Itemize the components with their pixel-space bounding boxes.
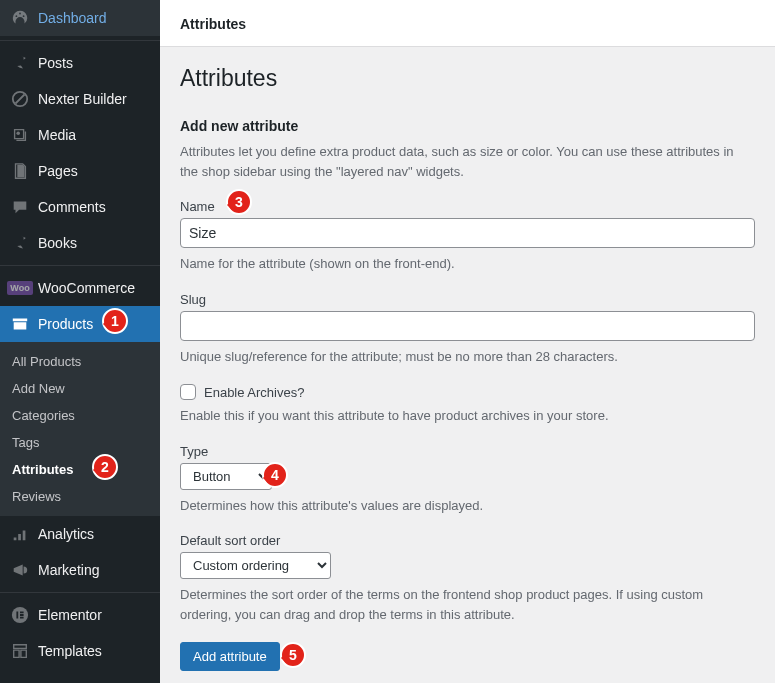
content-area: Attributes Attributes Add new attribute …: [160, 0, 775, 683]
products-submenu: All Products Add New Categories Tags Att…: [0, 342, 160, 516]
topbar: Attributes: [160, 0, 775, 47]
sidebar-item-products[interactable]: Products 1: [0, 306, 160, 342]
pin-icon: [10, 53, 30, 73]
annotation-badge-2: 2: [92, 454, 118, 480]
sidebar-item-pages[interactable]: Pages: [0, 153, 160, 189]
topbar-tab: Attributes: [180, 16, 246, 32]
sidebar-item-label: Analytics: [38, 526, 94, 542]
add-attribute-button[interactable]: Add attribute: [180, 642, 280, 671]
menu-separator: [0, 36, 160, 41]
submenu-item-label: Attributes: [12, 462, 73, 477]
field-archives: Enable Archives? Enable this if you want…: [180, 384, 755, 426]
slug-input[interactable]: [180, 311, 755, 341]
admin-sidebar: Dashboard Posts Nexter Builder Media Pag…: [0, 0, 160, 683]
comments-icon: [10, 197, 30, 217]
sort-help: Determines the sort order of the terms o…: [180, 585, 755, 624]
sidebar-item-nexter[interactable]: Nexter Builder: [0, 81, 160, 117]
dashboard-icon: [10, 8, 30, 28]
page-title: Attributes: [180, 65, 755, 92]
slug-label: Slug: [180, 292, 755, 307]
archive-icon: [10, 314, 30, 334]
pin-icon: [10, 233, 30, 253]
analytics-icon: [10, 524, 30, 544]
name-help: Name for the attribute (shown on the fro…: [180, 254, 755, 274]
submenu-tags[interactable]: Tags: [0, 429, 160, 456]
archives-help: Enable this if you want this attribute t…: [180, 406, 755, 426]
sidebar-item-label: Nexter Builder: [38, 91, 127, 107]
name-label: Name: [180, 199, 755, 214]
sidebar-item-label: Comments: [38, 199, 106, 215]
annotation-badge-3: 3: [226, 189, 252, 215]
sidebar-item-woocommerce[interactable]: Woo WooCommerce: [0, 270, 160, 306]
circle-slash-icon: [10, 89, 30, 109]
sidebar-item-label: Products: [38, 316, 93, 332]
menu-separator: [0, 261, 160, 266]
submenu-reviews[interactable]: Reviews: [0, 483, 160, 510]
templates-icon: [10, 641, 30, 661]
slug-help: Unique slug/reference for the attribute;…: [180, 347, 755, 367]
field-slug: Slug Unique slug/reference for the attri…: [180, 292, 755, 367]
sidebar-item-books[interactable]: Books: [0, 225, 160, 261]
sidebar-item-label: Media: [38, 127, 76, 143]
main-panel: Attributes Add new attribute Attributes …: [160, 47, 775, 683]
field-type: Type Button 4 Determines how this attrib…: [180, 444, 755, 516]
intro-text: Attributes let you define extra product …: [180, 142, 755, 181]
sort-label: Default sort order: [180, 533, 755, 548]
submenu-attributes[interactable]: Attributes 2: [0, 456, 160, 483]
section-heading: Add new attribute: [180, 118, 755, 134]
annotation-badge-4: 4: [262, 462, 288, 488]
sidebar-item-dashboard[interactable]: Dashboard: [0, 0, 160, 36]
megaphone-icon: [10, 560, 30, 580]
sidebar-item-posts[interactable]: Posts: [0, 45, 160, 81]
sidebar-item-analytics[interactable]: Analytics: [0, 516, 160, 552]
sidebar-item-label: Dashboard: [38, 10, 107, 26]
sidebar-item-media[interactable]: Media: [0, 117, 160, 153]
archives-label: Enable Archives?: [204, 385, 304, 400]
annotation-badge-5: 5: [280, 642, 306, 668]
sort-select[interactable]: Custom ordering: [180, 552, 331, 579]
type-label: Type: [180, 444, 755, 459]
sidebar-item-label: Pages: [38, 163, 78, 179]
name-input[interactable]: [180, 218, 755, 248]
sidebar-item-label: WooCommerce: [38, 280, 135, 296]
submenu-categories[interactable]: Categories: [0, 402, 160, 429]
sidebar-item-label: Marketing: [38, 562, 99, 578]
sidebar-item-label: Templates: [38, 643, 102, 659]
elementor-icon: [10, 605, 30, 625]
sidebar-item-elementor[interactable]: Elementor: [0, 597, 160, 633]
sidebar-item-comments[interactable]: Comments: [0, 189, 160, 225]
annotation-badge-1: 1: [102, 308, 128, 334]
sidebar-item-label: Posts: [38, 55, 73, 71]
pages-icon: [10, 161, 30, 181]
field-name: Name Name for the attribute (shown on th…: [180, 199, 755, 274]
media-icon: [10, 125, 30, 145]
sidebar-item-templates[interactable]: Templates: [0, 633, 160, 669]
sidebar-item-label: Books: [38, 235, 77, 251]
svg-point-1: [16, 131, 20, 135]
submenu-add-new[interactable]: Add New: [0, 375, 160, 402]
type-help: Determines how this attribute's values a…: [180, 496, 755, 516]
submenu-all-products[interactable]: All Products: [0, 348, 160, 375]
field-sort: Default sort order Custom ordering Deter…: [180, 533, 755, 624]
sidebar-item-marketing[interactable]: Marketing: [0, 552, 160, 588]
woo-icon: Woo: [10, 278, 30, 298]
archives-checkbox[interactable]: [180, 384, 196, 400]
menu-separator: [0, 588, 160, 593]
sidebar-item-label: Elementor: [38, 607, 102, 623]
